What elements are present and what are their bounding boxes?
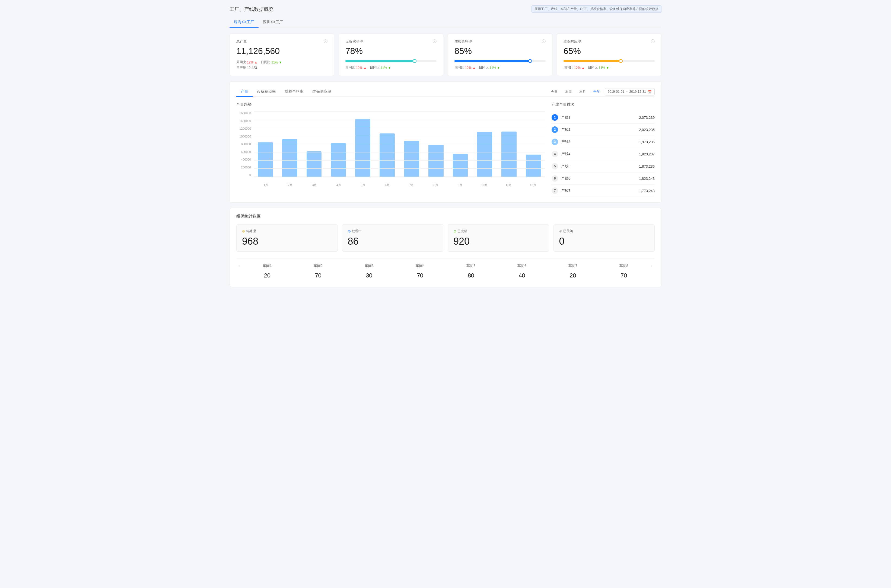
bar-fill-jul (404, 141, 419, 177)
bar-jan (254, 111, 277, 177)
date-btn-month[interactable]: 本月 (577, 88, 589, 95)
kpi-label-maintenance: 维保响应率 ⓘ (563, 39, 655, 44)
ranking-list: 1 产线1 2,073,239 2 产线2 2,023,235 3 产线3 1,… (551, 111, 655, 197)
workshop-val-7: 20 (547, 272, 598, 279)
kpi-card-quality: 质检合格率 ⓘ 85% 周同比 12% ▲ 日同比 11% ▼ (448, 33, 552, 76)
workshop-name-8: 车间8 (598, 263, 649, 268)
workshop-val-3: 30 (344, 272, 395, 279)
y-label-4: 1000000 (239, 135, 251, 138)
maint-label-closed: ⊘ 已关闭 (559, 229, 649, 234)
chart-section: 产量 设备稼动率 质检合格率 维保响应率 今日 本周 本月 全年 2019-01… (230, 81, 661, 202)
x-label-may: 5月 (351, 183, 375, 187)
date-controls: 今日 本周 本月 全年 2019-01-01 ～ 2019-12-31 📅 (548, 88, 655, 96)
week-compare-production: 周同比 12% ▲ (236, 60, 257, 64)
info-icon-maintenance[interactable]: ⓘ (651, 39, 655, 44)
bar-fill-aug (428, 145, 443, 177)
page-header: 工厂、产线数据概览 展示工厂、产线、车间在产量、OEE、质检合格率、设备维保响应… (230, 5, 661, 13)
bar-aug (424, 111, 448, 177)
processing-icon: ⊙ (348, 229, 351, 233)
rank-value-4: 1,923,237 (639, 152, 655, 156)
bar-oct (473, 111, 496, 177)
maint-label-done: ⊙ 已完成 (453, 229, 544, 234)
bar-jul (400, 111, 423, 177)
bar-fill-jan (258, 142, 273, 177)
info-icon-quality[interactable]: ⓘ (542, 39, 545, 44)
date-range-picker[interactable]: 2019-01-01 ～ 2019-12-31 📅 (605, 88, 655, 96)
kpi-bar-maintenance (563, 60, 655, 62)
maint-value-closed: 0 (559, 236, 649, 247)
maint-kpi-closed: ⊘ 已关闭 0 (553, 224, 655, 252)
workshop-val-5: 80 (446, 272, 496, 279)
production-trend-chart: 产量趋势 1600000 1400000 1200000 1000000 800… (236, 102, 545, 197)
factory-tabs: 珠海XX工厂 深圳XX工厂 (230, 17, 661, 28)
chart-tab-quality[interactable]: 质检合格率 (280, 87, 308, 97)
rank-item-1: 1 产线1 2,073,239 (551, 111, 655, 124)
x-axis: 1月 2月 3月 4月 5月 6月 7月 8月 9月 10月 11月 12月 (236, 183, 545, 187)
rank-item-3: 3 产线3 1,973,235 (551, 136, 655, 148)
bar-nov (497, 111, 521, 177)
chart-tab-maint-rate[interactable]: 维保响应率 (308, 87, 336, 97)
bar-feb (278, 111, 301, 177)
kpi-bar-fill-maintenance (563, 60, 623, 62)
info-icon-oee[interactable]: ⓘ (433, 39, 437, 44)
page-title: 工厂、产线数据概览 (230, 6, 273, 12)
chart-title-trend: 产量趋势 (236, 102, 545, 107)
x-label-dec: 12月 (521, 183, 545, 187)
kpi-bar-quality (454, 60, 545, 62)
kpi-label-quality: 质检合格率 ⓘ (454, 39, 545, 44)
workshop-prev-arrow[interactable]: ‹ (236, 263, 242, 268)
chart-tab-production[interactable]: 产量 (236, 87, 252, 97)
workshop-next-arrow[interactable]: › (649, 263, 655, 268)
rank-name-5: 产线5 (561, 164, 636, 169)
workshop-val-6: 40 (496, 272, 547, 279)
date-btn-week[interactable]: 本周 (562, 88, 574, 95)
workshop-name-2: 车间2 (293, 263, 344, 268)
kpi-bar-dot-quality (528, 59, 532, 63)
rank-value-7: 1,773,243 (639, 189, 655, 193)
workshop-val-1: 20 (242, 272, 293, 279)
rank-num-2: 2 (551, 126, 558, 133)
bar-fill-nov (501, 132, 517, 177)
kpi-value-production: 11,126,560 (236, 46, 328, 56)
y-label-2: 600000 (241, 150, 251, 153)
bar-chart: 1600000 1400000 1200000 1000000 800000 6… (236, 111, 545, 188)
ranking-panel: 产线产量排名 1 产线1 2,073,239 2 产线2 2,023,235 3 (551, 102, 655, 197)
tab-factory-shenzhen[interactable]: 深圳XX工厂 (258, 17, 288, 28)
pending-icon: ⊙ (242, 229, 245, 233)
workshop-name-1: 车间1 (242, 263, 293, 268)
workshop-name-3: 车间3 (344, 263, 395, 268)
x-label-jul: 7月 (400, 183, 424, 187)
page-desc: 展示工厂、产线、车间在产量、OEE、质检合格率、设备维保响应率等方面的统计数据 (532, 5, 661, 13)
workshop-val-8: 70 (598, 272, 649, 279)
date-btn-year[interactable]: 全年 (590, 88, 603, 95)
x-label-jun: 6月 (375, 183, 400, 187)
done-icon: ⊙ (453, 229, 456, 233)
workshop-name-6: 车间6 (496, 263, 547, 268)
tab-factory-zhuhai[interactable]: 珠海XX工厂 (230, 17, 258, 28)
bar-dec (522, 111, 545, 177)
rank-item-2: 2 产线2 2,023,235 (551, 124, 655, 136)
workshop-name-7: 车间7 (547, 263, 598, 268)
maint-label-pending: ⊙ 待处理 (242, 229, 332, 234)
kpi-card-production: 总产量 ⓘ 11,126,560 周同比 12% ▲ 日同比 11% ▼ 日产量… (230, 33, 334, 76)
y-label-6: 1400000 (239, 119, 251, 123)
workshop-name-5: 车间5 (446, 263, 496, 268)
rank-num-1: 1 (551, 114, 558, 121)
rank-name-4: 产线4 (561, 152, 636, 156)
bar-mar (302, 111, 326, 177)
rank-item-5: 5 产线5 1,873,236 (551, 160, 655, 172)
rank-item-7: 7 产线7 1,773,243 (551, 185, 655, 197)
y-label-1: 400000 (241, 158, 251, 161)
maint-label-processing: ⊙ 处理中 (348, 229, 438, 234)
rank-num-5: 5 (551, 163, 558, 170)
kpi-value-oee: 78% (346, 46, 437, 56)
rank-name-6: 产线6 (561, 176, 636, 181)
date-btn-today[interactable]: 今日 (548, 88, 560, 95)
info-icon-production[interactable]: ⓘ (324, 39, 328, 44)
y-label-0: 0 (249, 173, 251, 177)
kpi-compare-maintenance: 周同比 12% ▲ 日同比 11% ▼ (563, 65, 655, 70)
rank-name-3: 产线3 (561, 140, 636, 144)
maint-kpi-done: ⊙ 已完成 920 (448, 224, 549, 252)
bar-fill-may (355, 119, 370, 177)
chart-tab-oee[interactable]: 设备稼动率 (252, 87, 280, 97)
